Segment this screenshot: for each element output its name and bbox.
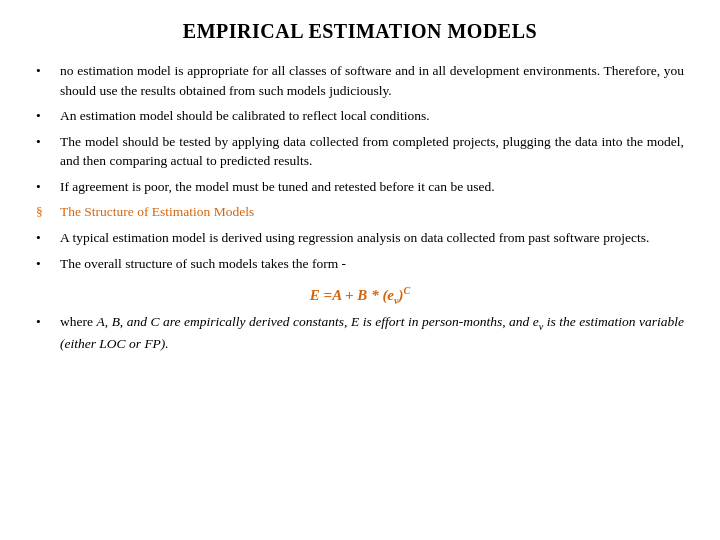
bullet-marker: • xyxy=(36,61,60,81)
list-item: • A typical estimation model is derived … xyxy=(36,228,684,248)
list-item: • The model should be tested by applying… xyxy=(36,132,684,171)
formula-text: E =A + B * (ev)C xyxy=(310,287,410,303)
bullet-text: A typical estimation model is derived us… xyxy=(60,228,684,248)
bullet-text: An estimation model should be calibrated… xyxy=(60,106,684,126)
bullet-marker: • xyxy=(36,106,60,126)
section-marker: § xyxy=(36,202,60,222)
bullet-marker: • xyxy=(36,177,60,197)
last-bullet-text: where A, B, and C are empirically derive… xyxy=(60,312,684,354)
bullet-text: The model should be tested by applying d… xyxy=(60,132,684,171)
bullet-marker: • xyxy=(36,228,60,248)
content-area: • no estimation model is appropriate for… xyxy=(36,61,684,520)
list-item: • where A, B, and C are empirically deri… xyxy=(36,312,684,354)
bullet-text: The overall structure of such models tak… xyxy=(60,254,684,274)
bullet-text: If agreement is poor, the model must be … xyxy=(60,177,684,197)
list-item: • no estimation model is appropriate for… xyxy=(36,61,684,100)
list-item: • An estimation model should be calibrat… xyxy=(36,106,684,126)
bullet-marker: • xyxy=(36,254,60,274)
list-item: § The Structure of Estimation Models xyxy=(36,202,684,222)
bullet-text: no estimation model is appropriate for a… xyxy=(60,61,684,100)
list-item: • The overall structure of such models t… xyxy=(36,254,684,274)
bullet-marker: • xyxy=(36,312,60,332)
page-title: EMPIRICAL ESTIMATION MODELS xyxy=(36,20,684,43)
section-header-text: The Structure of Estimation Models xyxy=(60,202,684,222)
list-item: • If agreement is poor, the model must b… xyxy=(36,177,684,197)
formula-display: E =A + B * (ev)C xyxy=(36,285,684,306)
bullet-marker: • xyxy=(36,132,60,152)
slide-container: EMPIRICAL ESTIMATION MODELS • no estimat… xyxy=(0,0,720,540)
